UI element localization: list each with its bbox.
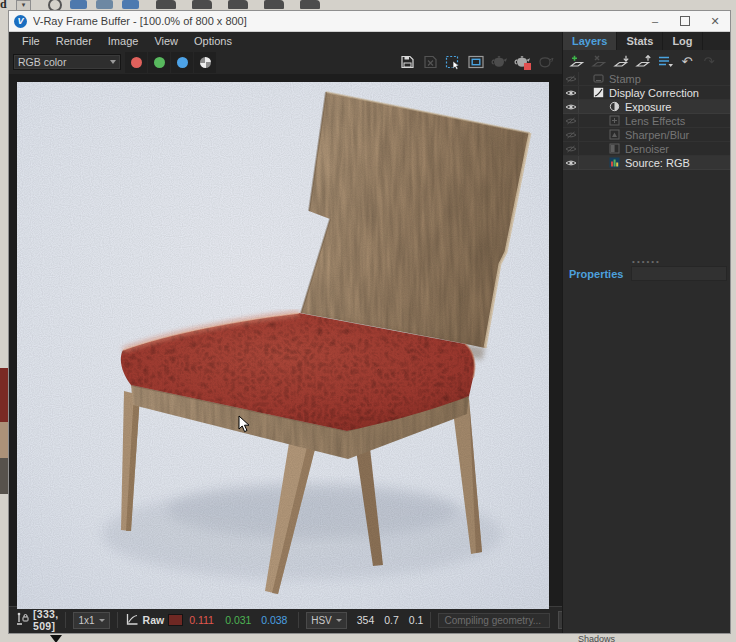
plus-icon [609, 115, 620, 126]
value-value: 0.1 [409, 614, 424, 626]
layer-label: Stamp [609, 73, 641, 85]
layer-row-source-rgb[interactable]: Source: RGB [563, 156, 730, 170]
vray-frame-buffer-window: V V-Ray Frame Buffer - [100.0% of 800 x … [8, 10, 731, 634]
toolbar-actions [395, 52, 556, 72]
tab-log[interactable]: Log [663, 32, 702, 50]
hsv-dropdown[interactable]: HSV [306, 612, 347, 629]
exposure-icon [609, 101, 620, 112]
zoom-dropdown[interactable]: 1x1 [73, 612, 109, 629]
redo-button: ↷ [698, 52, 720, 71]
maximize-button[interactable] [670, 11, 700, 31]
denoiser-icon [609, 143, 620, 154]
chevron-down-icon [336, 619, 342, 622]
save-layers-button[interactable] [610, 52, 632, 71]
eye-icon[interactable] [563, 86, 579, 99]
layer-label: Source: RGB [625, 157, 690, 169]
background-text-fragment: d [0, 0, 7, 12]
hsv-value: HSV [311, 615, 332, 626]
blue-value: 0.038 [261, 614, 291, 626]
layer-label: Denoiser [625, 143, 669, 155]
background-teapot-icon [228, 0, 248, 9]
save-image-button[interactable] [396, 52, 418, 72]
chevron-down-icon [99, 619, 105, 622]
layer-toolbar: ↶↷ [563, 50, 730, 72]
tab-layers[interactable]: Layers [563, 32, 617, 50]
start-render-button[interactable] [511, 52, 533, 72]
red-channel-button[interactable] [125, 52, 147, 73]
window-title: V-Ray Frame Buffer - [100.0% of 800 x 80… [33, 15, 247, 27]
side-panel: LayersStatsLog ↶↷ StampDisplay Correctio… [562, 32, 730, 633]
channel-buttons [124, 52, 216, 73]
layer-list-button[interactable] [654, 52, 676, 71]
eye-off-icon[interactable] [563, 114, 579, 127]
alpha-channel-icon [200, 57, 211, 68]
properties-field [631, 266, 727, 281]
color-mode-raw: Raw [143, 614, 165, 626]
channel-select-dropdown[interactable]: RGB color [13, 54, 121, 70]
titlebar[interactable]: V V-Ray Frame Buffer - [100.0% of 800 x … [9, 11, 730, 32]
background-viewport-fragment [0, 368, 8, 422]
region-render-button[interactable] [465, 52, 487, 72]
channel-select-value: RGB color [18, 56, 66, 68]
layer-label: Display Correction [609, 87, 699, 99]
red-value: 0.111 [189, 614, 219, 626]
menu-render[interactable]: Render [48, 35, 100, 47]
track-mouse-region-button[interactable] [442, 52, 464, 72]
menu-file[interactable]: File [14, 35, 48, 47]
panel-splitter[interactable]: •••••• [563, 258, 730, 265]
vray-logo-icon: V [14, 15, 27, 28]
background-teapot-icon [264, 0, 284, 9]
hue-value: 354 [357, 614, 375, 626]
chair-render [17, 82, 549, 609]
background-toolbar-icon [96, 0, 113, 9]
rendered-image[interactable] [17, 82, 549, 609]
blue-channel-button[interactable] [171, 52, 193, 73]
saturation-value: 0.7 [384, 614, 399, 626]
rgb-icon [609, 157, 620, 168]
green-channel-button[interactable] [148, 52, 170, 73]
layer-label: Lens Effects [625, 115, 685, 127]
properties-header: Properties [563, 265, 730, 282]
properties-body [563, 282, 730, 633]
pixel-probe-icon[interactable] [15, 612, 29, 628]
menu-view[interactable]: View [146, 35, 186, 47]
curve-icon [593, 87, 604, 98]
desktop: d ▾ Shadows V V-Ray Frame Buffer - [100.… [0, 0, 736, 642]
eye-icon[interactable] [563, 100, 579, 113]
zoom-value: 1x1 [78, 615, 94, 626]
layer-row-display-correction[interactable]: Display Correction [563, 86, 730, 100]
layer-label: Sharpen/Blur [625, 129, 689, 141]
close-button[interactable]: ✕ [700, 11, 730, 31]
eye-icon[interactable] [563, 156, 579, 169]
main-toolbar: RGB color [9, 50, 562, 74]
tab-stats[interactable]: Stats [617, 32, 663, 50]
add-layer-button[interactable] [566, 52, 588, 71]
alpha-channel-button[interactable] [194, 52, 216, 73]
eye-off-icon[interactable] [563, 128, 579, 141]
layer-row-lens-effects[interactable]: Lens Effects [563, 114, 730, 128]
layer-row-exposure[interactable]: Exposure [563, 100, 730, 114]
menu-bar: FileRenderImageViewOptions [9, 32, 562, 50]
properties-label: Properties [569, 268, 623, 280]
layer-row-stamp[interactable]: Stamp [563, 72, 730, 86]
layers-list: StampDisplay CorrectionExposureLens Effe… [563, 72, 730, 170]
render-area[interactable] [9, 74, 562, 606]
menu-options[interactable]: Options [186, 35, 240, 47]
clear-image-button [419, 52, 441, 72]
stamp-icon [593, 73, 604, 84]
pixel-coordinates: [333, 509] [33, 608, 58, 632]
stop-render-button [534, 52, 556, 72]
menu-image[interactable]: Image [100, 35, 147, 47]
layer-row-denoiser[interactable]: Denoiser [563, 142, 730, 156]
layer-row-sharpen-blur[interactable]: Sharpen/Blur [563, 128, 730, 142]
pixel-info-icon [125, 613, 139, 628]
blue-channel-icon [177, 57, 188, 68]
undo-button[interactable]: ↶ [676, 52, 698, 71]
eye-off-icon[interactable] [563, 142, 579, 155]
layer-label: Exposure [625, 101, 671, 113]
load-layers-button[interactable] [632, 52, 654, 71]
green-channel-icon [154, 57, 165, 68]
panel-tabs: LayersStatsLog [563, 32, 730, 50]
eye-off-icon[interactable] [563, 72, 579, 85]
minimize-button[interactable]: – [640, 11, 670, 31]
